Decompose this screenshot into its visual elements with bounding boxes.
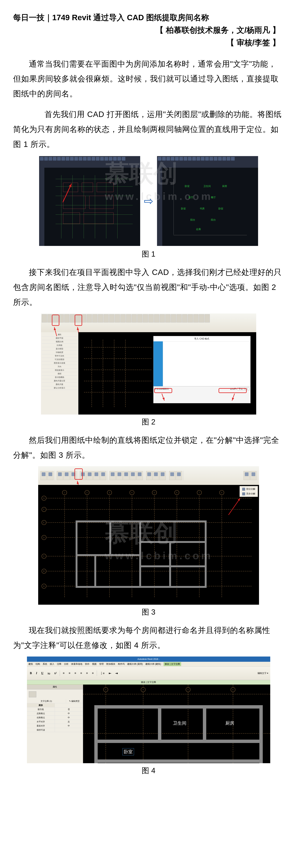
article-author: 【 柏慕联创技术服务，文/杨雨凡 】 [13, 24, 284, 36]
room-label[interactable]: 厨房 [225, 720, 234, 726]
revit-canvas: 3 4 5 6 卫生间 厨房 卧室 [83, 685, 270, 763]
edit-text-label: 编辑文字 ▾ [258, 672, 268, 675]
article-reviewer: 【 审核/李签 】 [13, 36, 284, 49]
arrow-right-icon: ⇨ [144, 194, 153, 208]
tab-item[interactable]: 插入 [50, 662, 54, 666]
tab-item[interactable]: 附加模块 [106, 662, 115, 666]
figure-1: ⇨ 卧室 卫生间 厨房 客厅 餐厅 卧室 书房 卧室 阳台 阳台 走廊 [13, 155, 284, 259]
revit-titlebar: Autodesk Revit 2018 - [27, 656, 270, 662]
align-bottom-button[interactable]: ≡ [91, 671, 95, 675]
prop-label: 垂直对齐 [27, 724, 55, 728]
properties-panel: 属性 文字注释 (1) ✎ 编辑类型 图形 弧引线否 左附着点中 右附着点中 水… [27, 685, 83, 763]
prop-value[interactable]: 否 [55, 707, 83, 711]
tab-item[interactable]: 分析 [64, 662, 68, 666]
prop-value[interactable]: 左 [55, 720, 83, 724]
cad-after: 卧室 卫生间 厨房 客厅 餐厅 卧室 书房 卧室 阳台 阳台 走廊 [157, 156, 258, 246]
figure-1-caption: 图 1 [13, 249, 284, 259]
dialog-title: 导入 CAD 格式 [153, 336, 250, 342]
prop-value[interactable]: 中 [55, 712, 83, 715]
indent-button[interactable]: ⇤ [108, 671, 112, 675]
partial-explode-item[interactable]: 部分分解 [240, 487, 257, 492]
paragraph-5: 现在我们就按照图纸要求为每个房间都进行命名并且得到的名称属性为"文字注释"可以任… [13, 623, 284, 653]
room-label[interactable]: 卫生间 [173, 720, 186, 726]
context-tab-label: 修改 | 文字注释 [27, 680, 270, 685]
type-selector[interactable]: 文字注释 (1) [27, 699, 66, 703]
properties-panel: 属性 楼层平面 视图比例 比例值 显示模型 详细程度 零件可见性 可见性/图形 … [41, 332, 79, 414]
italic-button[interactable]: I [35, 671, 38, 675]
tab-item[interactable]: 注释 [57, 662, 61, 666]
prop-value[interactable] [55, 728, 83, 732]
title-block: 每日一技｜1749 Revit 通过导入 CAD 图纸提取房间名称 【 柏慕联创… [13, 11, 284, 49]
edit-type-button[interactable]: ✎ 编辑类型 [66, 699, 83, 703]
cad-before [39, 156, 140, 246]
bold-button[interactable]: B [29, 671, 33, 675]
tab-item[interactable]: 建模大师 (建筑) [145, 662, 161, 666]
tab-item[interactable]: 视图 [92, 662, 96, 666]
align-middle-button[interactable]: ≡ [85, 671, 89, 675]
revit-ribbon [41, 313, 256, 332]
figure-3: 部分分解 完全分解 1 2 3 4 5 6 [13, 466, 284, 617]
prop-value[interactable]: 中 [55, 716, 83, 720]
align-right-button[interactable]: ≡ [73, 671, 77, 675]
subscript-button[interactable]: x₂ [47, 671, 51, 675]
prop-label: 右附着点 [27, 716, 55, 720]
outdent-button[interactable]: ⇥ [114, 671, 119, 675]
tab-item[interactable]: 建模大师 (通用) [127, 662, 143, 666]
paragraph-2: 首先我们用 CAD 打开图纸，运用"关闭图层"或删除的功能。将图纸简化为只有房间… [13, 107, 284, 152]
article-title: 每日一技｜1749 Revit 通过导入 CAD 图纸提取房间名称 [13, 11, 284, 24]
tab-item[interactable]: 结构 [35, 662, 40, 666]
revit-tab-bar[interactable]: 建筑 结构 系统 插入 注释 分析 体量和场地 协作 视图 管理 附加模块 构件… [27, 662, 270, 666]
tab-item[interactable]: 建筑 [28, 662, 33, 666]
revit-ribbon-3 [38, 466, 259, 485]
superscript-button[interactable]: x² [53, 671, 58, 675]
tab-item[interactable]: 系统 [43, 662, 47, 666]
prop-label: 保持可读 [27, 728, 55, 732]
tab-item-active[interactable]: 修改 | 文字注释 [164, 662, 181, 666]
room-label-selected[interactable]: 卧室 [122, 748, 134, 755]
properties-header: 属性 [27, 685, 83, 689]
full-explode-item[interactable]: 完全分解 [240, 492, 257, 496]
import-cad-dialog[interactable]: 导入 CAD 格式 ☑ 仅当前视图(U) 定位(P): 手动 - 中心 [153, 336, 250, 403]
prop-label: 弧引线 [27, 707, 55, 711]
explode-dropdown[interactable]: 部分分解 完全分解 [240, 486, 258, 497]
tab-item[interactable]: 构件坞 [118, 662, 125, 666]
prop-value[interactable]: 中 [55, 724, 83, 728]
text-format-ribbon: B I U x₂ x² ≡ ≡ ≡ ≡ ≡ ≡ ⋮≡ ⇤ ⇥ 编辑文字 ▾ [27, 666, 270, 680]
figure-4-caption: 图 4 [13, 766, 284, 776]
tab-item[interactable]: 管理 [99, 662, 104, 666]
paragraph-3: 接下来我们在项目平面视图中导入 CAD，选择我们刚才已经处理好的只包含房间名图纸… [13, 265, 284, 310]
prop-group: 图形 [27, 703, 55, 707]
figure-2-caption: 图 2 [13, 417, 284, 427]
figure-2: 属性 楼层平面 视图比例 比例值 显示模型 详细程度 零件可见性 可见性/图形 … [13, 313, 284, 427]
prop-label: 左附着点 [27, 712, 55, 715]
align-center-button[interactable]: ≡ [67, 671, 71, 675]
underline-button[interactable]: U [40, 671, 44, 675]
prop-label: 水平对齐 [27, 720, 55, 724]
paragraph-1: 通常当我们需要在平面图中为房间添加名称时，通常会用"文字"功能，但如果房间较多就… [13, 57, 284, 101]
tab-item[interactable]: 协作 [85, 662, 89, 666]
figure-3-caption: 图 3 [13, 607, 284, 617]
align-top-button[interactable]: ≡ [79, 671, 83, 675]
list-button[interactable]: ⋮≡ [99, 671, 106, 675]
paragraph-4: 然后我们用图纸中绘制的直线将图纸定位并锁定，在"分解"中选择"完全分解"。如图 … [13, 433, 284, 463]
align-left-button[interactable]: ≡ [62, 671, 66, 675]
tab-item[interactable]: 体量和场地 [71, 662, 82, 666]
figure-4: Autodesk Revit 2018 - 建筑 结构 系统 插入 注释 分析 … [13, 656, 284, 776]
